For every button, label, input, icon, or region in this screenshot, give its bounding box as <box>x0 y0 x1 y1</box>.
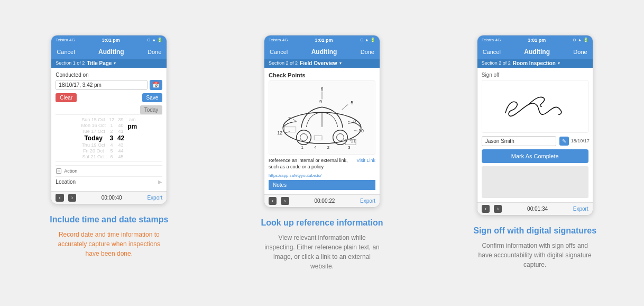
prev-btn-2[interactable]: ‹ <box>269 197 277 205</box>
location-section: Location ▶ <box>56 176 162 187</box>
caption-title-3: Sign off with digital signatures <box>473 226 596 236</box>
nav-arrows-1: ‹ › <box>56 194 76 202</box>
date-input[interactable] <box>56 80 148 90</box>
icons-2: ⊙ ▲ 🔋 <box>360 38 375 42</box>
section-label-2: Section 2 of 2 <box>269 60 298 66</box>
hour-picker[interactable]: 12 1 2 3 4 5 6 <box>109 117 114 159</box>
hour-row-4: 4 <box>110 142 113 148</box>
time-3: 3:01 pm <box>528 38 546 43</box>
filler-area <box>482 166 588 198</box>
icons-1: ⊙ ▲ 🔋 <box>147 38 162 42</box>
column-2: Telstra 4G 3:01 pm ⊙ ▲ 🔋 Cancel Auditing… <box>224 35 421 271</box>
nav-bar-2: Cancel Auditing Done <box>264 45 380 59</box>
nav-arrows-2: ‹ › <box>269 197 289 205</box>
day-row-2: Tue 17 Oct <box>82 129 105 134</box>
bottom-bar-2: ‹ › 00:00:22 Export <box>264 194 380 207</box>
action-section: Action <box>56 165 162 176</box>
action-label: Action <box>64 168 77 174</box>
min-row-3: 42 <box>117 134 124 142</box>
ampm-picker[interactable]: am pm <box>127 117 137 159</box>
section-label-1: Section 1 of 2 <box>56 60 85 66</box>
ref-text: Reference an internal or external link, … <box>269 158 354 170</box>
caption-body-3: Confirm information with sign offs and h… <box>477 241 593 269</box>
nav-arrows-3: ‹ › <box>482 205 502 213</box>
cancel-btn-1[interactable]: Cancel <box>57 49 75 55</box>
svg-point-4 <box>300 133 308 141</box>
today-btn[interactable]: Today <box>140 105 163 114</box>
done-btn-1[interactable]: Done <box>148 49 161 55</box>
phone-content-2: Check Points <box>264 68 380 194</box>
minute-picker[interactable]: 39 40 41 42 43 44 45 <box>117 117 124 159</box>
carrier-1: Telstra 4G <box>56 38 75 42</box>
chevron-icon-1: ▾ <box>114 61 116 66</box>
carrier-3: Telstra 4G <box>482 38 501 42</box>
status-bar-3: Telstra 4G 3:01 pm ⊙ ▲ 🔋 <box>477 35 593 45</box>
next-btn-2[interactable]: › <box>281 197 289 205</box>
cancel-btn-2[interactable]: Cancel <box>270 49 288 55</box>
action-row: Clear Save <box>56 93 162 102</box>
hour-row-5: 5 <box>110 148 113 154</box>
visit-link[interactable]: Visit Link <box>356 158 375 163</box>
calendar-btn[interactable]: 📅 <box>150 80 162 90</box>
column-3: Telstra 4G 3:01 pm ⊙ ▲ 🔋 Cancel Auditing… <box>436 35 633 269</box>
phone-3: Telstra 4G 3:01 pm ⊙ ▲ 🔋 Cancel Auditing… <box>477 35 593 215</box>
timer-1: 00:00:40 <box>102 195 122 201</box>
prev-btn-3[interactable]: ‹ <box>482 205 490 213</box>
caption-body-1: Record date and time information to accu… <box>51 230 167 258</box>
svg-point-3 <box>297 130 311 145</box>
svg-text:11: 11 <box>351 138 356 143</box>
section-bar-3: Section 2 of 2 Room Inspection ▾ <box>477 59 593 68</box>
date-picker[interactable]: Sun 15 Oct Mon 16 Oct Tue 17 Oct Today T… <box>56 114 162 162</box>
phone-content-3: Sign off ✎ 18/10/17 Mark As Complete <box>477 68 593 202</box>
svg-rect-25 <box>314 136 322 140</box>
svg-text:12: 12 <box>277 130 282 135</box>
timer-3: 00:01:34 <box>527 206 548 212</box>
action-icon <box>56 168 62 174</box>
day-picker[interactable]: Sun 15 Oct Mon 16 Oct Tue 17 Oct Today T… <box>81 117 106 159</box>
day-row-4: Thu 19 Oct <box>81 142 105 148</box>
day-row-6: Sat 21 Oct <box>82 154 105 159</box>
cancel-btn-3[interactable]: Cancel <box>483 49 501 55</box>
am-option: am <box>129 117 136 122</box>
url-text[interactable]: https://app.safetyyoutube.io/ <box>269 173 375 178</box>
signature-svg <box>493 88 577 125</box>
edit-signature-btn[interactable]: ✎ <box>559 137 569 146</box>
date-row: 📅 <box>56 80 162 90</box>
day-row-5: Fri 20 Oct <box>83 148 104 154</box>
clear-btn[interactable]: Clear <box>56 93 77 102</box>
done-btn-2[interactable]: Done <box>361 49 374 55</box>
hour-row-6: 6 <box>110 154 113 159</box>
icons-3: ⊙ ▲ 🔋 <box>573 38 588 42</box>
pm-option: pm <box>127 123 137 130</box>
export-btn-3[interactable]: Export <box>573 206 588 212</box>
chevron-icon-2: ▾ <box>339 61 342 66</box>
nav-title-1: Auditing <box>98 48 124 56</box>
done-btn-3[interactable]: Done <box>573 49 587 55</box>
nav-bar-1: Cancel Auditing Done <box>51 45 167 59</box>
svg-text:8: 8 <box>353 119 356 124</box>
svg-point-6 <box>337 133 344 141</box>
sign-off-label: Sign off <box>482 72 588 78</box>
signer-name-input[interactable] <box>482 136 556 146</box>
export-btn-1[interactable]: Export <box>147 195 162 201</box>
chevron-icon-3: ▾ <box>558 61 560 66</box>
caption-body-2: View relevant information while inspecti… <box>264 233 380 271</box>
caption-title-2: Look up reference information <box>261 218 383 228</box>
car-diagram: 6 5 7 8 9 10 11 12 <box>269 80 375 155</box>
mark-complete-btn[interactable]: Mark As Complete <box>482 149 588 163</box>
svg-text:9: 9 <box>319 99 322 104</box>
column-1: Telstra 4G 3:01 pm ⊙ ▲ 🔋 Cancel Auditing… <box>11 35 208 258</box>
next-btn-3[interactable]: › <box>494 205 502 213</box>
svg-text:4: 4 <box>314 145 317 150</box>
min-row-1: 40 <box>118 123 124 128</box>
bottom-bar-1: ‹ › 00:00:40 Export <box>51 191 167 204</box>
date-stamp: 18/10/17 <box>571 138 590 143</box>
signature-area[interactable] <box>482 80 588 133</box>
status-bar-1: Telstra 4G 3:01 pm ⊙ ▲ 🔋 <box>51 35 167 45</box>
actions-right: Save <box>142 93 163 102</box>
next-btn-1[interactable]: › <box>68 194 76 202</box>
min-row-0: 39 <box>118 117 124 122</box>
save-btn[interactable]: Save <box>142 93 163 102</box>
prev-btn-1[interactable]: ‹ <box>56 194 63 202</box>
export-btn-2[interactable]: Export <box>360 198 375 204</box>
